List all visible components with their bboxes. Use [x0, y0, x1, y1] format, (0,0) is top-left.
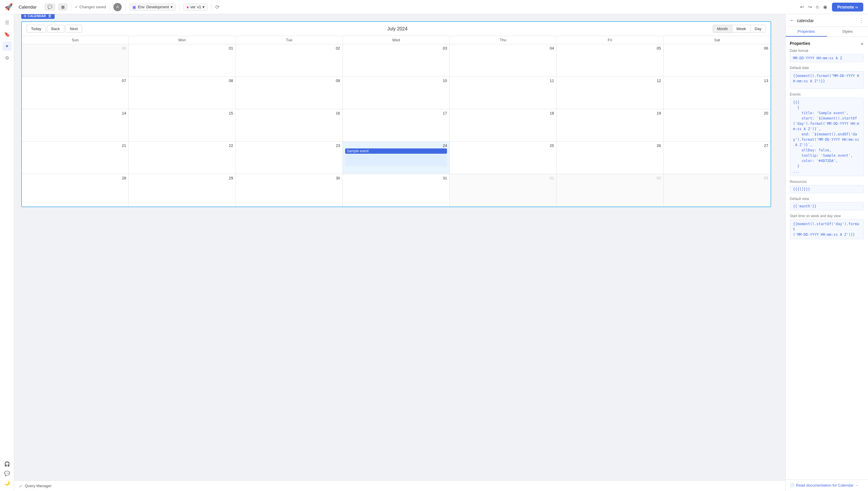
- cal-cell-01-next[interactable]: 01: [450, 174, 557, 206]
- start-time-label: Start time on week and day view: [790, 214, 864, 218]
- cal-cell-29[interactable]: 29: [129, 174, 235, 206]
- cal-cell-17[interactable]: 17: [343, 109, 450, 141]
- cal-cell-02-next[interactable]: 02: [557, 174, 664, 206]
- main-layout: ☰ 🔖 ✦ ⚙ 🎧 💬 🌙 ⊙ CALENDAR 🗑: [0, 14, 868, 491]
- query-manager-label[interactable]: Query Manager: [25, 484, 51, 488]
- collapse-icon[interactable]: ▲: [860, 41, 864, 46]
- env-selector[interactable]: ▣ Env Development ▾: [129, 3, 176, 11]
- tab-properties[interactable]: Properties: [786, 27, 827, 36]
- cal-cell-13[interactable]: 13: [664, 77, 771, 109]
- calendar-nav-group: Today Back Next: [27, 25, 82, 33]
- version-selector[interactable]: ♦ ver v1 ▾: [183, 3, 208, 11]
- view-month-button[interactable]: Month: [713, 25, 732, 32]
- back-button[interactable]: Back: [47, 25, 64, 33]
- cal-cell-11[interactable]: 11: [450, 77, 557, 109]
- sidebar-item-help[interactable]: 🎧: [2, 459, 12, 469]
- sidebar-bottom: 🎧 💬 🌙: [2, 459, 12, 488]
- cal-cell-30-prev[interactable]: 30: [22, 44, 129, 77]
- date-format-value[interactable]: MM-DD-YYYY HH:mm:ss A Z: [790, 54, 864, 62]
- rp-field-start-time: Start time on week and day view {{moment…: [790, 214, 864, 239]
- default-view-label: Default view: [790, 197, 864, 201]
- tab-styles[interactable]: Styles: [827, 27, 868, 36]
- cal-cell-21[interactable]: 21: [22, 142, 129, 174]
- cal-cell-24[interactable]: 24 Sample event: [343, 142, 450, 174]
- bottom-bar: ⤢ Query Manager: [14, 480, 785, 491]
- start-time-value[interactable]: {{moment().startOf('day').format ('MM-DD…: [790, 219, 864, 239]
- save-status: ✓ Changes saved: [75, 5, 106, 9]
- comment-button[interactable]: 💬: [45, 3, 55, 10]
- expand-icon[interactable]: ⤢: [19, 484, 23, 488]
- cal-cell-30[interactable]: 30: [236, 174, 343, 206]
- rp-header: ← calendar ⋮: [786, 14, 868, 27]
- day-name-sat: Sat: [664, 36, 771, 44]
- calendar-week-1: 30 01 02 03 04 05 06: [22, 44, 771, 77]
- rp-field-resources: Resources {{{[]}}}: [790, 180, 864, 193]
- cal-cell-10[interactable]: 10: [343, 77, 450, 109]
- day-name-mon: Mon: [129, 36, 235, 44]
- day-name-wed: Wed: [343, 36, 450, 44]
- promote-button[interactable]: Promote ››: [832, 3, 863, 11]
- cal-cell-18[interactable]: 18: [450, 109, 557, 141]
- doc-link[interactable]: 📄 Read documentation for Calendar →: [790, 483, 864, 488]
- sidebar-item-moon[interactable]: 🌙: [2, 478, 12, 488]
- calendar-label-icon: ⊙: [24, 14, 26, 18]
- app-logo: 🚀: [5, 3, 13, 11]
- default-date-label: Default date: [790, 66, 864, 70]
- rp-section-title: Properties ▲: [790, 41, 864, 46]
- env-icon: ▣: [132, 5, 136, 9]
- cal-cell-08[interactable]: 08: [129, 77, 235, 109]
- cal-cell-03-next[interactable]: 03: [664, 174, 771, 206]
- events-value[interactable]: {{{ { title: 'Sample event', start: `${m…: [790, 98, 864, 176]
- cal-cell-06[interactable]: 06: [664, 44, 771, 77]
- cal-cell-19[interactable]: 19: [557, 109, 664, 141]
- cal-cell-12[interactable]: 12: [557, 77, 664, 109]
- cal-cell-01[interactable]: 01: [129, 44, 235, 77]
- cal-cell-23[interactable]: 23: [236, 142, 343, 174]
- cal-cell-03[interactable]: 03: [343, 44, 450, 77]
- grid-button[interactable]: ▦: [58, 3, 67, 10]
- cal-cell-04[interactable]: 04: [450, 44, 557, 77]
- cal-cell-07[interactable]: 07: [22, 77, 129, 109]
- cal-cell-26[interactable]: 26: [557, 142, 664, 174]
- sync-icon[interactable]: ⟳: [215, 4, 220, 10]
- rp-back-button[interactable]: ←: [790, 18, 794, 23]
- rp-more-button[interactable]: ⋮: [859, 17, 864, 24]
- sidebar-item-bookmark[interactable]: 🔖: [2, 30, 12, 39]
- calendar-title: July 2024: [82, 26, 712, 32]
- next-button[interactable]: Next: [65, 25, 82, 33]
- cal-cell-09[interactable]: 09: [236, 77, 343, 109]
- cal-cell-22[interactable]: 22: [129, 142, 235, 174]
- cal-cell-02[interactable]: 02: [236, 44, 343, 77]
- preview-icon[interactable]: ◉: [822, 3, 829, 11]
- share-icon[interactable]: ⎋: [815, 3, 820, 11]
- resources-value[interactable]: {{{[]}}}: [790, 185, 864, 193]
- undo-icon[interactable]: ↩: [799, 3, 805, 11]
- cal-cell-14[interactable]: 14: [22, 109, 129, 141]
- sidebar-item-settings[interactable]: ⚙: [2, 53, 12, 63]
- sidebar-item-components[interactable]: ✦: [2, 41, 12, 51]
- sidebar-item-pages[interactable]: ☰: [2, 18, 12, 27]
- rp-field-events: Events {{{ { title: 'Sample event', star…: [790, 92, 864, 176]
- cal-cell-27[interactable]: 27: [664, 142, 771, 174]
- view-day-button[interactable]: Day: [750, 25, 765, 32]
- cal-cell-16[interactable]: 16: [236, 109, 343, 141]
- rp-field-date-format: Date format MM-DD-YYYY HH:mm:ss A Z: [790, 49, 864, 62]
- redo-icon[interactable]: ↪: [807, 3, 813, 11]
- calendar-event-sample[interactable]: Sample event: [345, 148, 447, 154]
- cal-cell-05[interactable]: 05: [557, 44, 664, 77]
- default-date-value[interactable]: {{moment().format("MM-DD-YYYY H H:mm:ss …: [790, 71, 864, 89]
- cal-cell-31[interactable]: 31: [343, 174, 450, 206]
- divider: [71, 3, 71, 11]
- widget-label-text: CALENDAR: [28, 14, 46, 18]
- delete-widget-button[interactable]: 🗑: [48, 14, 52, 18]
- cal-cell-25[interactable]: 25: [450, 142, 557, 174]
- default-view-value[interactable]: {{'month'}}: [790, 202, 864, 210]
- cal-cell-20[interactable]: 20: [664, 109, 771, 141]
- today-button[interactable]: Today: [27, 25, 46, 33]
- sidebar-item-chat[interactable]: 💬: [2, 469, 12, 478]
- cal-cell-28[interactable]: 28: [22, 174, 129, 206]
- events-label: Events: [790, 92, 864, 96]
- view-week-button[interactable]: Week: [732, 25, 750, 32]
- cal-cell-15[interactable]: 15: [129, 109, 235, 141]
- divider3: [125, 3, 125, 11]
